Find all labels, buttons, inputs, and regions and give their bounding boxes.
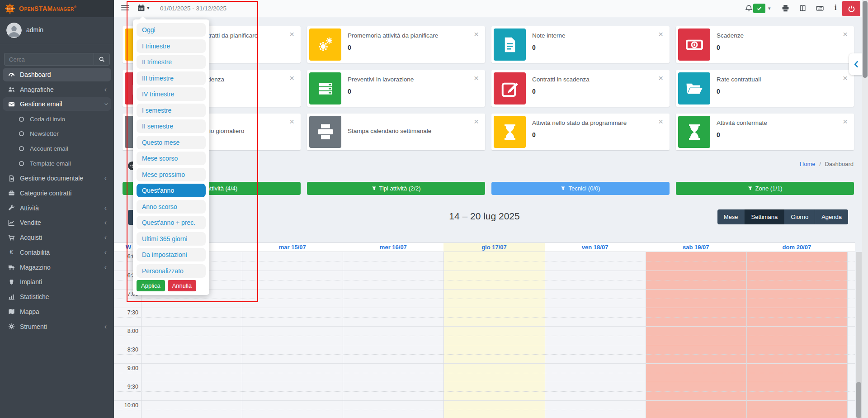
view-button-settimana[interactable]: Settimana bbox=[745, 209, 784, 224]
period-option-questo-mese[interactable]: Questo mese bbox=[137, 136, 206, 149]
time-row[interactable]: 7:30 bbox=[114, 308, 855, 326]
sidebar-item-attivit[interactable]: Attività‹ bbox=[3, 201, 111, 215]
widget-card-promemoria-attivit-da-pianificare[interactable]: Promemoria attività da pianificare0× bbox=[307, 26, 485, 63]
sidebar-subitem-account-email[interactable]: Account email bbox=[3, 142, 111, 156]
right-panel-toggle[interactable] bbox=[849, 53, 863, 75]
period-option-i-trimestre[interactable]: I trimestre bbox=[137, 39, 206, 53]
hamburger-menu-icon[interactable] bbox=[121, 5, 129, 11]
sidebar-item-vendite[interactable]: Vendite‹ bbox=[3, 216, 111, 229]
widget-card-stampa-calendario-settimanale[interactable]: Stampa calendario settimanale× bbox=[307, 114, 485, 150]
period-option-iv-trimestre[interactable]: IV trimestre bbox=[137, 87, 206, 101]
bell-icon[interactable] bbox=[745, 5, 753, 12]
sidebar-subitem-newsletter[interactable]: Newsletter bbox=[3, 127, 111, 141]
time-row[interactable]: 6:00 bbox=[114, 252, 855, 271]
period-option-ultimi-365-giorni[interactable]: Ultimi 365 giorni bbox=[137, 232, 206, 246]
book-icon[interactable] bbox=[799, 5, 807, 12]
widget-card-attivit-nello-stato-da-programmare[interactable]: Attività nello stato da programmare0× bbox=[491, 114, 670, 150]
sidebar-item-anagrafiche[interactable]: Anagrafiche‹ bbox=[3, 83, 111, 96]
widget-card-scadenze[interactable]: Scadenze0× bbox=[676, 26, 854, 63]
printer-icon[interactable] bbox=[782, 5, 789, 12]
period-option-ii-trimestre[interactable]: II trimestre bbox=[137, 55, 206, 69]
day-header-mar-15-07[interactable]: mar 15/07 bbox=[242, 243, 343, 252]
period-option-ii-semestre[interactable]: II semestre bbox=[137, 119, 206, 133]
period-option-i-semestre[interactable]: I semestre bbox=[137, 104, 206, 117]
sidebar-item-statistiche[interactable]: Statistiche bbox=[3, 290, 111, 304]
caret-down-icon[interactable]: ▾ bbox=[768, 5, 771, 11]
sidebar-item-gestione-email[interactable]: Gestione email‹ bbox=[3, 97, 111, 111]
sidebar-item-impianti[interactable]: Impianti bbox=[3, 275, 111, 289]
close-icon[interactable]: × bbox=[843, 74, 848, 82]
time-row[interactable]: 9:00 bbox=[114, 363, 855, 382]
sidebar-item-categorie-contratti[interactable]: Categorie contratti bbox=[3, 186, 111, 200]
view-button-giorno[interactable]: Giorno bbox=[784, 209, 815, 224]
sidebar-subitem-template-email[interactable]: Template email bbox=[3, 157, 111, 170]
logout-button[interactable] bbox=[842, 1, 860, 16]
time-row[interactable]: 9:30 bbox=[114, 382, 855, 400]
widget-card-attivit-confermate[interactable]: Attività confermate0× bbox=[676, 114, 854, 150]
sidebar-item-gestione-documentale[interactable]: Gestione documentale‹ bbox=[3, 171, 111, 185]
info-icon[interactable]: i bbox=[835, 4, 836, 12]
date-range-label[interactable]: 01/01/2025 - 31/12/2025 bbox=[160, 5, 226, 12]
time-row[interactable]: 8:00 bbox=[114, 326, 855, 345]
keyboard-icon[interactable] bbox=[816, 5, 824, 12]
time-row[interactable]: 6:30 bbox=[114, 271, 855, 289]
sidebar-item-contabilit[interactable]: €Contabilità‹ bbox=[3, 246, 111, 259]
period-selector-button[interactable]: ▾ bbox=[137, 4, 150, 12]
page-scrollbar[interactable] bbox=[862, 0, 868, 418]
close-icon[interactable]: × bbox=[474, 30, 479, 38]
period-option-da-impostazioni[interactable]: Da impostazioni bbox=[137, 248, 206, 261]
day-header-gio-17-07[interactable]: gio 17/07 bbox=[443, 243, 544, 252]
filter-button-zone-1-1[interactable]: Zone (1/1) bbox=[676, 182, 854, 195]
page-scrollbar-thumb[interactable] bbox=[863, 1, 868, 78]
view-button-agenda[interactable]: Agenda bbox=[815, 209, 848, 224]
day-header-sab-19-07[interactable]: sab 19/07 bbox=[646, 243, 746, 252]
search-button[interactable] bbox=[94, 53, 110, 66]
sidebar-item-magazzino[interactable]: Magazzino‹ bbox=[3, 261, 111, 274]
close-icon[interactable]: × bbox=[289, 74, 294, 82]
breadcrumb-home-link[interactable]: Home bbox=[800, 161, 816, 167]
day-header-mer-16-07[interactable]: mer 16/07 bbox=[343, 243, 443, 252]
day-header-ven-18-07[interactable]: ven 18/07 bbox=[545, 243, 646, 252]
calendar-scrollbar-thumb[interactable] bbox=[856, 382, 861, 418]
period-option-anno-scorso[interactable]: Anno scorso bbox=[137, 200, 206, 214]
apply-button[interactable]: Applica bbox=[137, 280, 165, 291]
close-icon[interactable]: × bbox=[658, 74, 663, 82]
close-icon[interactable]: × bbox=[289, 30, 294, 38]
time-row[interactable]: 10:00 bbox=[114, 400, 855, 418]
app-logo[interactable]: OSM OpenSTAManager® bbox=[0, 0, 114, 17]
close-icon[interactable]: × bbox=[843, 117, 848, 126]
close-icon[interactable]: × bbox=[474, 117, 479, 126]
status-ok-button[interactable] bbox=[753, 4, 765, 13]
close-icon[interactable]: × bbox=[289, 117, 294, 126]
sidebar-item-dashboard[interactable]: Dashboard bbox=[3, 68, 111, 81]
close-icon[interactable]: × bbox=[658, 117, 663, 126]
filter-button-tecnici-0-0[interactable]: Tecnici (0/0) bbox=[491, 182, 670, 195]
period-option-quest-anno-prec[interactable]: Quest'anno + prec. bbox=[137, 216, 206, 229]
folder-open-icon bbox=[678, 72, 710, 104]
close-icon[interactable]: × bbox=[843, 30, 848, 38]
time-row[interactable]: 7:00 bbox=[114, 289, 855, 308]
widget-card-contratti-in-scadenza[interactable]: Contratti in scadenza0× bbox=[491, 70, 670, 107]
period-option-oggi[interactable]: Oggi bbox=[137, 23, 206, 37]
period-option-personalizzato[interactable]: Personalizzato bbox=[137, 264, 206, 278]
search-input[interactable] bbox=[4, 53, 94, 66]
widget-card-rate-contrattuali[interactable]: Rate contrattuali0× bbox=[676, 70, 854, 107]
period-option-quest-anno[interactable]: Quest'anno bbox=[137, 184, 206, 197]
period-option-mese-prossimo[interactable]: Mese prossimo bbox=[137, 168, 206, 181]
sidebar-subitem-coda-di-invio[interactable]: Coda di invio bbox=[3, 112, 111, 126]
period-option-mese-scorso[interactable]: Mese scorso bbox=[137, 152, 206, 165]
sidebar-item-acquisti[interactable]: Acquisti‹ bbox=[3, 231, 111, 244]
sidebar-item-mappa[interactable]: Mappa bbox=[3, 305, 111, 318]
calendar-scrollbar[interactable] bbox=[856, 252, 862, 418]
widget-card-preventivi-in-lavorazione[interactable]: Preventivi in lavorazione0× bbox=[307, 70, 485, 107]
sidebar-item-strumenti[interactable]: Strumenti‹ bbox=[3, 320, 111, 333]
time-row[interactable]: 8:30 bbox=[114, 345, 855, 363]
view-button-mese[interactable]: Mese bbox=[717, 209, 745, 224]
close-icon[interactable]: × bbox=[658, 30, 663, 38]
filter-button-tipi-attivit-2-2[interactable]: Tipi attività (2/2) bbox=[307, 182, 485, 195]
widget-card-note-interne[interactable]: Note interne0× bbox=[491, 26, 670, 63]
period-option-iii-trimestre[interactable]: III trimestre bbox=[137, 71, 206, 85]
day-header-dom-20-07[interactable]: dom 20/07 bbox=[746, 243, 847, 252]
cancel-button[interactable]: Annulla bbox=[168, 280, 196, 291]
close-icon[interactable]: × bbox=[474, 74, 479, 82]
